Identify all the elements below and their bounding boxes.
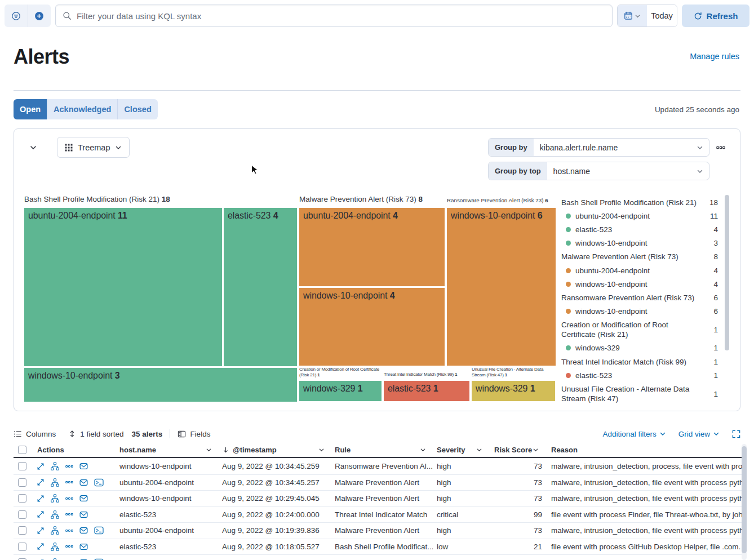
expand-alert-icon[interactable]	[37, 495, 45, 503]
severity-cell: low	[433, 543, 489, 551]
severity-cell: high	[433, 494, 489, 503]
boxes-horizontal-icon	[716, 143, 725, 152]
legend-item[interactable]: Bash Shell Profile Modification (Risk 21…	[561, 195, 718, 209]
legend-value: 4	[703, 280, 718, 288]
fullscreen-button[interactable]	[732, 429, 740, 438]
session-view-icon[interactable]	[94, 478, 104, 487]
treemap-cell[interactable]: elastic-523 4	[224, 208, 297, 366]
more-actions-icon[interactable]	[65, 510, 73, 518]
legend-value: 11	[703, 212, 718, 220]
chart-type-select[interactable]: Treemap	[57, 137, 130, 158]
expand-alert-icon[interactable]	[37, 543, 45, 550]
expand-alert-icon[interactable]	[37, 463, 45, 470]
collapse-panel-button[interactable]	[29, 143, 38, 152]
add-filter-button[interactable]	[28, 5, 51, 27]
tab-closed[interactable]: Closed	[117, 99, 157, 119]
kql-search-input[interactable]: Filter your data using KQL syntax	[55, 5, 613, 27]
legend-item[interactable]: windows-10-endpoint3	[561, 237, 718, 250]
chevron-down-icon	[206, 447, 212, 453]
legend-value: 3	[703, 239, 718, 247]
expand-alert-icon[interactable]	[37, 478, 45, 486]
legend-item[interactable]: Creation or Modification of Root Certifi…	[561, 318, 718, 341]
investigate-icon[interactable]	[79, 526, 88, 535]
more-actions-icon[interactable]	[65, 495, 73, 503]
row-checkbox[interactable]	[18, 526, 26, 535]
legend-item[interactable]: elastic-5234	[561, 223, 718, 236]
date-quick-select-button[interactable]	[618, 5, 647, 26]
manage-rules-link[interactable]: Manage rules	[690, 52, 739, 61]
treemap-cell[interactable]: windows-10-endpoint 4	[299, 288, 445, 366]
analyze-event-icon[interactable]	[51, 543, 59, 551]
investigate-icon[interactable]	[79, 494, 88, 503]
treemap-cell[interactable]: ubuntu-2004-endpoint 11	[24, 208, 222, 366]
column-header-risk-score[interactable]: Risk Score	[489, 443, 545, 457]
columns-button[interactable]: Columns	[14, 430, 56, 438]
select-all-checkbox[interactable]	[18, 446, 26, 454]
investigate-icon[interactable]	[79, 462, 88, 470]
column-header-reason[interactable]: Reason	[545, 443, 743, 457]
more-actions-icon[interactable]	[65, 527, 73, 535]
more-actions-icon[interactable]	[65, 463, 73, 470]
legend-label: elastic-523	[575, 225, 703, 234]
column-header-timestamp[interactable]: @timestamp	[219, 443, 331, 457]
treemap-cell[interactable]: windows-329 1	[299, 381, 382, 401]
analyze-event-icon[interactable]	[51, 462, 59, 470]
investigate-icon[interactable]	[79, 510, 88, 519]
treemap-legend: Bash Shell Profile Modification (Risk 21…	[561, 195, 718, 403]
analyze-event-icon[interactable]	[51, 526, 59, 535]
fields-button[interactable]: Fields	[178, 430, 210, 438]
legend-item[interactable]: Unusual File Creation - Alternate Data S…	[561, 382, 718, 403]
investigate-icon[interactable]	[79, 543, 88, 551]
treemap-cell[interactable]: ubuntu-2004-endpoint 4	[299, 208, 445, 286]
analyze-event-icon[interactable]	[51, 494, 59, 503]
alert-status-filter-group: Open Acknowledged Closed	[14, 99, 158, 119]
expand-alert-icon[interactable]	[37, 510, 45, 518]
today-button[interactable]: Today	[647, 5, 677, 26]
session-view-icon[interactable]	[94, 526, 104, 535]
legend-item[interactable]: ubuntu-2004-endpoint11	[561, 209, 718, 223]
tab-acknowledged[interactable]: Acknowledged	[47, 99, 117, 119]
legend-item[interactable]: ubuntu-2004-endpoint4	[561, 264, 718, 277]
grid-scrollbar-thumb[interactable]	[742, 446, 747, 553]
risk-score-cell: 99	[489, 510, 545, 519]
row-checkbox[interactable]	[18, 510, 26, 519]
group-by-select[interactable]: kibana.alert.rule.name	[534, 139, 697, 156]
row-checkbox[interactable]	[18, 478, 26, 487]
row-checkbox[interactable]	[18, 462, 26, 470]
column-header-severity[interactable]: Severity	[433, 443, 489, 457]
treemap-cell[interactable]: windows-10-endpoint 3	[24, 368, 297, 402]
sorted-fields-button[interactable]: 1 field sorted	[68, 430, 123, 438]
legend-scrollbar[interactable]	[725, 195, 729, 350]
row-actions	[34, 478, 113, 487]
column-header-rule[interactable]: Rule	[331, 443, 433, 457]
group-by-top-select[interactable]: host.name	[547, 162, 697, 180]
legend-item[interactable]: windows-10-endpoint4	[561, 277, 718, 291]
treemap-cell-label: ubuntu-2004-endpoint 4	[299, 208, 445, 224]
tab-open[interactable]: Open	[14, 99, 47, 119]
refresh-button[interactable]: Refresh	[682, 5, 749, 27]
legend-item[interactable]: Malware Prevention Alert (Risk 73)8	[561, 250, 718, 264]
alert-table-row: windows-10-endpointAug 9, 2022 @ 10:29:4…	[14, 491, 743, 507]
row-checkbox[interactable]	[18, 494, 26, 503]
additional-filters-button[interactable]: Additional filters	[602, 430, 666, 438]
legend-item[interactable]: Ransomware Prevention Alert (Risk 73)6	[561, 291, 718, 304]
legend-item[interactable]: elastic-5231	[561, 368, 718, 382]
panel-options-button[interactable]	[716, 143, 725, 152]
legend-item[interactable]: Threat Intel Indicator Match (Risk 99)1	[561, 355, 718, 368]
more-actions-icon[interactable]	[65, 543, 73, 550]
treemap-group-label: Bash Shell Profile Modification (Risk 21…	[24, 195, 170, 203]
more-actions-icon[interactable]	[65, 478, 73, 486]
treemap-cell[interactable]: windows-10-endpoint 6	[447, 208, 556, 366]
treemap-cell[interactable]: windows-329 1	[472, 381, 555, 401]
row-checkbox[interactable]	[18, 543, 26, 551]
grid-view-button[interactable]: Grid view	[678, 430, 720, 438]
column-header-host-name[interactable]: host.name	[113, 443, 219, 457]
legend-item[interactable]: windows-10-endpoint6	[561, 305, 718, 318]
treemap-cell[interactable]: elastic-523 1	[384, 381, 469, 401]
saved-queries-button[interactable]	[5, 5, 28, 27]
analyze-event-icon[interactable]	[51, 510, 59, 519]
expand-alert-icon[interactable]	[37, 527, 45, 535]
investigate-icon[interactable]	[79, 478, 88, 487]
analyze-event-icon[interactable]	[51, 478, 59, 487]
legend-item[interactable]: windows-3291	[561, 341, 718, 355]
